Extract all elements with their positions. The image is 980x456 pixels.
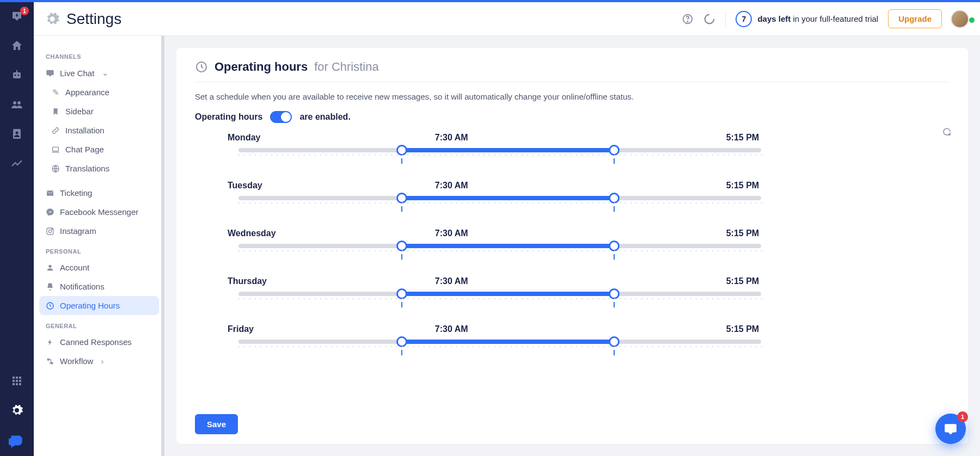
help-icon[interactable] (682, 13, 694, 25)
slider-handle-start[interactable] (396, 336, 407, 347)
scrollbar[interactable] (161, 36, 164, 456)
svg-rect-3 (16, 70, 17, 72)
svg-rect-20 (53, 147, 59, 151)
sidebar-heading-channels: CHANNELS (39, 46, 159, 63)
sidebar-item-account[interactable]: Account (39, 258, 159, 277)
save-button[interactable]: Save (195, 414, 238, 434)
time-range-slider[interactable] (228, 244, 761, 255)
slider-handle-start[interactable] (396, 241, 407, 251)
svg-point-18 (688, 21, 688, 21)
page-title: Settings (66, 10, 121, 28)
bolt-icon (46, 338, 54, 347)
sidebar-item-appearance[interactable]: ✎ Appearance (39, 83, 159, 102)
sidebar-item-installation[interactable]: Installation (39, 121, 159, 140)
end-time-label: 5:15 PM (726, 181, 759, 190)
settings-icon[interactable] (10, 404, 23, 417)
sidebar-item-label: Live Chat (60, 69, 94, 78)
analytics-icon[interactable] (10, 157, 23, 170)
upgrade-button[interactable]: Upgrade (888, 9, 942, 28)
sidebar-item-label: Instagram (60, 226, 96, 236)
sidebar-item-workflow[interactable]: Workflow › (39, 352, 159, 371)
sidebar-item-sidebar[interactable]: Sidebar (39, 102, 159, 121)
slider-handle-end[interactable] (609, 336, 620, 347)
slider-handle-end[interactable] (609, 145, 620, 156)
presence-indicator (969, 17, 975, 23)
avatar[interactable] (951, 10, 969, 28)
sidebar-item-live-chat[interactable]: Live Chat ⌄ (39, 63, 159, 83)
messenger-icon (46, 208, 54, 217)
home-icon[interactable] (10, 39, 23, 52)
time-range-slider[interactable] (228, 196, 761, 207)
svg-rect-11 (13, 380, 15, 382)
contacts-icon[interactable] (10, 127, 23, 140)
chat-bubble-icon (46, 69, 54, 77)
start-time-label: 7:30 AM (435, 229, 468, 238)
sync-spinner-icon[interactable] (703, 13, 715, 25)
svg-point-5 (17, 101, 21, 104)
slider-handle-start[interactable] (396, 288, 407, 299)
inbox-icon[interactable]: 1 (10, 10, 23, 23)
sidebar-item-label: Appearance (65, 88, 109, 97)
people-icon[interactable] (10, 98, 23, 111)
sidebar-item-operating-hours[interactable]: Operating Hours (39, 296, 159, 315)
link-icon (51, 126, 60, 135)
start-time-label: 7:30 AM (435, 324, 468, 334)
sidebar-item-chat-page[interactable]: Chat Page (39, 140, 159, 159)
trial-text: days left in your full-featured trial (757, 14, 878, 23)
slider-handle-end[interactable] (609, 193, 620, 204)
end-time-label: 5:15 PM (726, 324, 759, 334)
sidebar-item-label: Operating Hours (60, 301, 120, 310)
sidebar-item-instagram[interactable]: Instagram (39, 221, 159, 241)
sidebar-item-fb-messenger[interactable]: Facebook Messenger (39, 202, 159, 221)
bot-icon[interactable] (10, 69, 23, 82)
sidebar-item-canned-responses[interactable]: Canned Responses (39, 332, 159, 352)
brand-logo-icon[interactable] (9, 433, 25, 449)
enable-status: are enabled. (299, 112, 350, 122)
time-range-slider[interactable] (228, 340, 761, 350)
time-range-slider[interactable] (228, 148, 761, 159)
clock-icon (46, 301, 54, 310)
panel-description: Set a schedule when you are available to… (195, 92, 950, 101)
slider-handle-end[interactable] (609, 241, 620, 251)
mail-icon (46, 189, 54, 198)
svg-point-23 (48, 230, 51, 232)
instagram-icon (46, 227, 54, 236)
apps-icon[interactable] (10, 374, 23, 387)
end-time-label: 5:15 PM (726, 133, 759, 143)
bell-icon (46, 282, 54, 291)
svg-rect-0 (13, 72, 21, 78)
laptop-icon (51, 145, 60, 154)
svg-rect-12 (16, 380, 18, 382)
day-name: Tuesday (228, 181, 262, 190)
sidebar-heading-personal: PERSONAL (39, 241, 159, 258)
day-row: Thursday7:30 AM5:15 PM (228, 276, 944, 303)
start-time-label: 7:30 AM (435, 133, 468, 143)
slider-handle-start[interactable] (396, 193, 407, 204)
sidebar-item-label: Chat Page (65, 145, 104, 154)
sidebar-item-label: Account (60, 263, 89, 272)
sidebar-item-label: Installation (65, 126, 105, 135)
operating-hours-panel: Operating hours for Christina Set a sche… (176, 48, 968, 444)
svg-point-19 (705, 14, 714, 23)
days-list: Monday7:30 AM5:15 PMTuesday7:30 AM5:15 P… (195, 133, 950, 432)
sidebar-item-translations[interactable]: Translations (39, 159, 159, 178)
bookmark-icon (51, 107, 60, 116)
trial-days-badge: 7 (736, 11, 752, 27)
chat-launcher-button[interactable]: 1 (935, 414, 966, 444)
operating-hours-toggle[interactable] (270, 111, 292, 123)
day-row: Tuesday7:30 AM5:15 PM (228, 181, 944, 207)
svg-rect-27 (47, 358, 50, 360)
slider-handle-end[interactable] (609, 288, 620, 299)
start-time-label: 7:30 AM (435, 181, 468, 190)
sidebar-item-ticketing[interactable]: Ticketing (39, 183, 159, 202)
sidebar-item-label: Facebook Messenger (60, 207, 138, 217)
end-time-label: 5:15 PM (726, 229, 759, 238)
sidebar-item-label: Sidebar (65, 107, 94, 116)
day-name: Wednesday (228, 229, 276, 238)
globe-icon (51, 164, 60, 173)
sidebar-heading-general: GENERAL (39, 315, 159, 332)
time-range-slider[interactable] (228, 292, 761, 303)
slider-handle-start[interactable] (396, 145, 407, 156)
end-time-label: 5:15 PM (726, 276, 759, 286)
sidebar-item-notifications[interactable]: Notifications (39, 277, 159, 296)
